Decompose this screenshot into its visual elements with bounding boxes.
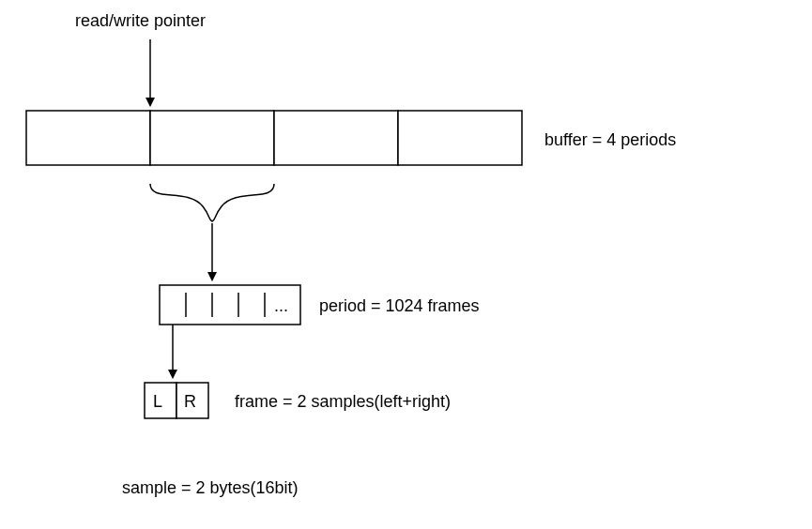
audio-buffer-diagram: read/write pointer buffer = 4 periods ..…	[0, 0, 812, 529]
frame-left-text: L	[153, 392, 162, 411]
frame-label: frame = 2 samples(left+right)	[235, 392, 451, 411]
buffer-period-2	[274, 111, 398, 165]
buffer-period-3	[398, 111, 522, 165]
sample-label: sample = 2 bytes(16bit)	[122, 478, 299, 497]
buffer-row	[26, 111, 522, 165]
brace	[150, 184, 274, 221]
frame-box: L R	[145, 383, 208, 418]
buffer-period-1	[150, 111, 274, 165]
buffer-label: buffer = 4 periods	[544, 130, 676, 149]
pointer-label: read/write pointer	[75, 11, 206, 30]
period-ellipsis: ...	[274, 296, 288, 315]
buffer-period-0	[26, 111, 150, 165]
period-box: ...	[160, 285, 300, 325]
frame-right-text: R	[184, 392, 196, 411]
period-label: period = 1024 frames	[319, 296, 480, 315]
